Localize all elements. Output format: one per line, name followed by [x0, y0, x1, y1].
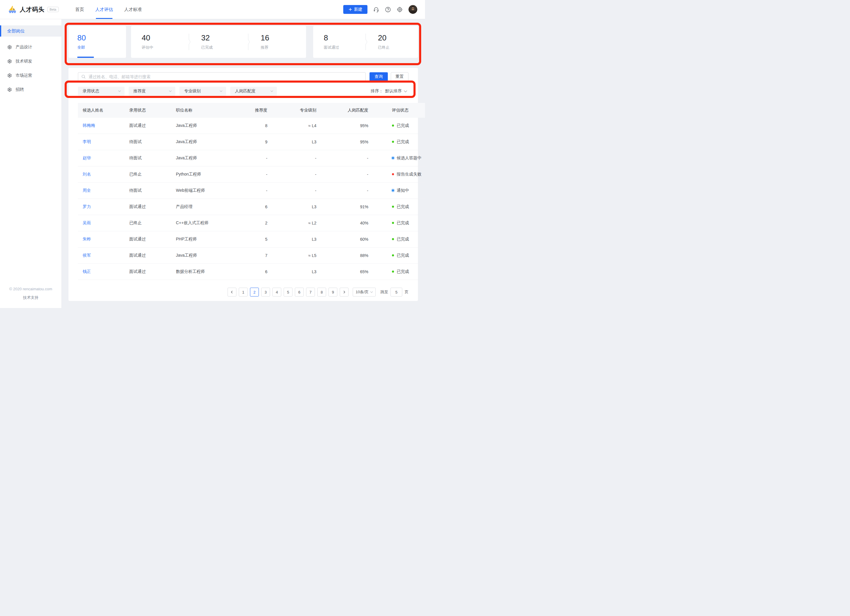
cell-text: 91%: [360, 205, 368, 209]
nav-tab-1[interactable]: 首页: [75, 0, 84, 19]
sidebar-item-4[interactable]: 招聘: [0, 82, 61, 97]
jump-page-input[interactable]: [391, 288, 402, 296]
cell-text: 面试通过: [129, 269, 146, 274]
nav-tab-label: 人才评估: [95, 7, 113, 12]
cell-text: Web前端工程师: [176, 188, 205, 193]
stats-card-1[interactable]: 80全部: [69, 26, 126, 58]
cell-hire_status: 面试通过: [126, 118, 172, 134]
query-button[interactable]: 查询: [370, 72, 388, 81]
cell-level: ≈ L4: [272, 118, 321, 134]
cell-text: 待面试: [129, 155, 142, 160]
cell-name: 赵华: [78, 150, 126, 166]
cell-text: 产品经理: [176, 204, 192, 209]
cell-status: 已完成: [373, 231, 425, 248]
cell-text: L3: [312, 237, 316, 242]
filter-select-2[interactable]: 推荐度: [129, 87, 175, 96]
sidebar-item-1[interactable]: 产品设计: [0, 40, 61, 54]
filter-select-3[interactable]: 专业级别: [180, 87, 226, 96]
cell-level: ≈ L2: [272, 215, 321, 231]
page-button-6[interactable]: 6: [295, 288, 304, 296]
cell-status: 已完成: [373, 118, 425, 134]
page-button-5[interactable]: 5: [284, 288, 292, 296]
sort-control[interactable]: 排序： 默认排序: [371, 88, 409, 94]
sidebar-item-all-positions[interactable]: 全部岗位: [0, 25, 61, 37]
table-header-row: 候选人姓名录用状态职位名称推荐度专业级别人岗匹配度评估状态: [78, 103, 425, 118]
column-header-7: 评估状态: [373, 103, 425, 118]
cell-text: -: [315, 172, 316, 177]
cell-match: -: [321, 150, 373, 166]
copyright-text: © 2020 rencaimatou.com: [0, 287, 61, 291]
new-button[interactable]: 新建: [343, 5, 367, 14]
reset-button[interactable]: 重置: [391, 72, 409, 81]
stat-value: 80: [77, 34, 126, 42]
nav-tab-2[interactable]: 人才评估: [95, 0, 113, 19]
cell-hire_status: 面试通过: [126, 231, 172, 248]
page-size-select[interactable]: 10条/页: [353, 288, 376, 296]
filter-select-1[interactable]: 录用状态: [78, 87, 124, 96]
search-icon: [81, 75, 85, 79]
cell-recommend: 2: [241, 215, 272, 231]
status-dot-success: [392, 271, 394, 273]
next-page-button[interactable]: [340, 288, 349, 296]
page-button-1[interactable]: 1: [239, 288, 248, 296]
filter-select-4[interactable]: 人岗匹配度: [230, 87, 277, 96]
candidate-name-link[interactable]: 朱晔: [82, 236, 91, 241]
candidate-name-link[interactable]: 周全: [82, 188, 91, 193]
chevron-down-icon: [370, 291, 373, 293]
table-row: 吴雨已终止C++嵌入式工程师2≈ L240%已完成: [78, 215, 425, 231]
cell-text: Java工程师: [176, 139, 197, 144]
pagination: 12345678910条/页跳至页: [78, 288, 409, 296]
candidate-name-link[interactable]: 李明: [82, 139, 91, 144]
status-dot-success: [392, 222, 394, 224]
cell-position: Java工程师: [172, 248, 241, 264]
chevron-down-icon: [270, 90, 273, 92]
candidate-name-link[interactable]: 钱正: [82, 269, 91, 274]
page-button-3[interactable]: 3: [261, 288, 270, 296]
status-text: 已完成: [397, 220, 409, 225]
stats-card-3[interactable]: 8面试通过20已终止: [313, 26, 418, 58]
sidebar-item-3[interactable]: 市场运营: [0, 69, 61, 82]
cell-text: 面试通过: [129, 123, 146, 128]
status-text: 已完成: [397, 139, 409, 144]
candidate-name-link[interactable]: 韩梅梅: [82, 123, 95, 128]
page-button-4[interactable]: 4: [272, 288, 281, 296]
help-icon[interactable]: [385, 6, 391, 13]
cell-level: -: [272, 150, 321, 166]
candidate-name-link[interactable]: 刘名: [82, 172, 91, 176]
page-button-8[interactable]: 8: [317, 288, 326, 296]
chevron-down-icon: [118, 90, 121, 92]
status-dot-success: [392, 141, 394, 143]
stats-card-2[interactable]: 40评估中32已完成16推荐: [131, 26, 306, 58]
candidate-name-link[interactable]: 赵华: [82, 155, 91, 160]
sidebar-item-2[interactable]: 技术研发: [0, 54, 61, 69]
status-dot-success: [392, 254, 394, 256]
status-dot-success: [392, 238, 394, 240]
page-button-2[interactable]: 2: [250, 288, 259, 296]
cell-recommend: 6: [241, 264, 272, 280]
prev-page-button[interactable]: [227, 288, 236, 296]
page-button-7[interactable]: 7: [306, 288, 315, 296]
cell-level: -: [272, 166, 321, 182]
cell-text: ≈ L5: [308, 253, 316, 258]
settings-icon[interactable]: [397, 6, 403, 13]
cell-text: 88%: [360, 253, 368, 258]
cell-text: 65%: [360, 269, 368, 274]
cell-recommend: 9: [241, 134, 272, 150]
cell-match: -: [321, 166, 373, 182]
page-button-9[interactable]: 9: [328, 288, 337, 296]
sort-value: 默认排序: [385, 88, 402, 94]
headset-icon[interactable]: [373, 6, 379, 13]
avatar[interactable]: [409, 5, 418, 14]
stat-value: 40: [142, 34, 187, 42]
candidate-name-link[interactable]: 吴雨: [82, 220, 91, 225]
cell-text: 面试通过: [129, 204, 146, 209]
filter-selects: 录用状态推荐度专业级别人岗匹配度: [78, 87, 277, 96]
candidate-name-link[interactable]: 侯军: [82, 253, 91, 257]
cell-text: L3: [312, 205, 316, 209]
search-input-wrapper: [78, 72, 366, 81]
nav-tab-3[interactable]: 人才标准: [124, 0, 142, 19]
status-dot-error: [392, 173, 394, 175]
candidate-name-link[interactable]: 罗力: [82, 204, 91, 209]
sidebar-item-label: 市场运营: [16, 73, 32, 78]
search-input[interactable]: [88, 74, 362, 79]
